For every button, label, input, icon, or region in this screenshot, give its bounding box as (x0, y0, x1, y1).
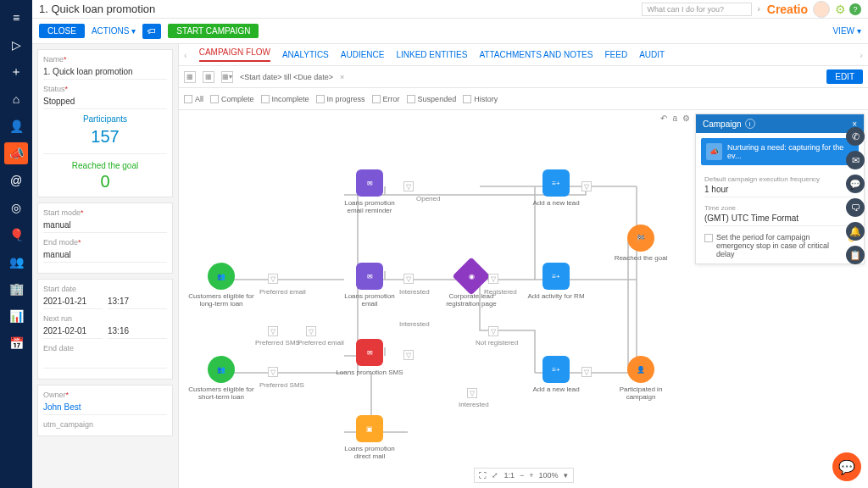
add-icon[interactable]: ＋ (4, 61, 28, 83)
emergency-stop-checkbox[interactable]: Set the period for campaign emergency st… (704, 233, 855, 258)
filter-suspended[interactable]: Suspended (407, 95, 457, 103)
filter-funnel-icon[interactable]: ▽ (467, 388, 477, 398)
tab-campaign-flow[interactable]: CAMPAIGN FLOW (199, 47, 270, 62)
node-lead2[interactable]: ≡+Add a new lead (522, 356, 590, 393)
panel-info-icon[interactable]: i (745, 119, 755, 129)
help-icon[interactable]: ? (849, 3, 861, 15)
chevron-down-icon[interactable]: ▾ (564, 471, 568, 480)
end-mode-value[interactable]: manual (43, 248, 167, 263)
target-icon[interactable]: ◎ (4, 197, 28, 219)
freq-value[interactable]: 1 hour (704, 185, 855, 197)
next-run-date-value[interactable]: 2021-02-01 (43, 324, 103, 339)
tz-value[interactable]: (GMT) UTC Time Format (704, 214, 855, 226)
home-icon[interactable]: ⌂ (4, 88, 28, 110)
node-email[interactable]: ✉Loans promotion email (336, 263, 403, 308)
filter-error[interactable]: Error (372, 95, 400, 103)
filter-funnel-icon[interactable]: ▽ (403, 274, 414, 284)
end-date-value[interactable] (43, 354, 167, 369)
canvas-settings-icon[interactable]: ⚙ (682, 114, 690, 123)
tab-audience[interactable]: AUDIENCE (341, 50, 385, 59)
filter-history[interactable]: History (463, 95, 498, 103)
zoom-in-icon[interactable]: + (529, 471, 533, 480)
tabs-next[interactable]: › (860, 50, 863, 60)
clear-range-icon[interactable]: × (340, 73, 344, 81)
flow-canvas[interactable]: 👥Customers eligible for long-term loan 👥… (179, 110, 868, 488)
filter-funnel-icon[interactable]: ▽ (403, 350, 414, 360)
task-rail-icon[interactable]: 📋 (846, 246, 865, 264)
filter-funnel-icon[interactable]: ▽ (403, 181, 414, 191)
filter-inprogress[interactable]: In progress (316, 95, 365, 103)
filter-funnel-icon[interactable]: ▽ (268, 367, 278, 377)
text-icon[interactable]: a (672, 114, 677, 123)
filter-all[interactable]: All (184, 95, 203, 103)
tab-audit[interactable]: AUDIT (639, 50, 665, 59)
menu-icon[interactable]: ≡ (4, 7, 28, 29)
global-search[interactable]: What can I do for you? (642, 3, 752, 16)
node-rm[interactable]: ≡+Add activity for RM (522, 263, 590, 300)
tab-attachments[interactable]: ATTACHMENTS AND NOTES (479, 50, 593, 59)
user-avatar[interactable] (813, 1, 830, 18)
node-longterm[interactable]: 👥Customers eligible for long-term loan (187, 263, 255, 308)
node-sms[interactable]: ✉Loans promotion SMS (336, 339, 403, 376)
settings-icon[interactable]: ⚙ (835, 3, 846, 16)
tab-linked[interactable]: LINKED ENTITIES (396, 50, 467, 59)
node-direct[interactable]: ▣Loans promotion direct mail (336, 415, 403, 460)
filter-complete[interactable]: Complete (210, 95, 254, 103)
view-dropdown[interactable]: VIEW ▾ (832, 26, 861, 36)
name-value[interactable]: 1. Quick loan promotion (43, 65, 167, 80)
balloon-icon[interactable]: 🎈 (4, 224, 28, 246)
zoom-out-icon[interactable]: − (520, 471, 524, 480)
chat-icon[interactable]: 💬 (846, 175, 865, 193)
date-range-text[interactable]: <Start date> till <Due date> (240, 73, 333, 81)
fit-icon[interactable]: ⛶ (479, 471, 487, 480)
intercom-button[interactable]: 💬 (832, 452, 861, 481)
edit-button[interactable]: EDIT (826, 69, 863, 84)
filter-funnel-icon[interactable]: ▽ (306, 326, 316, 336)
start-time-value[interactable]: 13:17 (108, 295, 167, 309)
node-participated[interactable]: 👤Participated in campaign (607, 356, 675, 401)
calendar-icon-2[interactable]: ▦ (203, 71, 214, 83)
filter-funnel-icon[interactable]: ▽ (268, 274, 278, 284)
filter-funnel-icon[interactable]: ▽ (581, 367, 592, 377)
tab-feed[interactable]: FEED (604, 50, 627, 59)
start-mode-value[interactable]: manual (43, 219, 167, 233)
tab-analytics[interactable]: ANALYTICS (282, 50, 329, 59)
panel-banner[interactable]: 📣 Nurturing a need: capturing for the ev… (701, 138, 859, 165)
participants-count[interactable]: 157 (43, 127, 167, 147)
building-icon[interactable]: 🏢 (4, 278, 28, 300)
filter-incomplete[interactable]: Incomplete (261, 95, 309, 103)
start-date-value[interactable]: 2021-01-21 (43, 295, 103, 309)
node-lead1[interactable]: ≡+Add a new lead (522, 169, 590, 207)
feed-rail-icon[interactable]: 🗨 (846, 198, 865, 217)
analytics-icon[interactable]: 📊 (4, 305, 28, 327)
calendar-icon[interactable]: 📅 (4, 332, 28, 354)
owner-value[interactable]: John Best (43, 401, 167, 415)
goal-count[interactable]: 0 (43, 172, 167, 191)
node-reminder[interactable]: ✉Loans promotion email reminder (336, 169, 403, 214)
campaign-icon[interactable]: 📣 (4, 142, 28, 164)
filter-funnel-icon[interactable]: ▽ (488, 274, 498, 284)
filter-funnel-icon[interactable]: ▽ (581, 181, 592, 191)
play-icon[interactable]: ▷ (4, 34, 28, 56)
filter-funnel-icon[interactable]: ▽ (268, 326, 278, 336)
calendar-icon-1[interactable]: ▦ (184, 71, 196, 83)
phone-icon[interactable]: ✆ (846, 127, 865, 146)
at-icon[interactable]: @ (4, 169, 28, 191)
email-icon[interactable]: ✉ (846, 151, 865, 169)
start-campaign-button[interactable]: START CAMPAIGN (168, 24, 259, 38)
node-landing[interactable]: ◉Corporate lead registration page (437, 263, 505, 308)
contacts-icon[interactable]: 👤 (4, 115, 28, 137)
next-run-time-value[interactable]: 13:16 (108, 324, 167, 339)
undo-icon[interactable]: ↶ (660, 114, 667, 123)
tag-button[interactable]: 🏷 (142, 24, 161, 39)
calendar-dropdown-icon[interactable]: ▦▾ (221, 71, 233, 83)
close-button[interactable]: CLOSE (39, 24, 85, 38)
actions-dropdown[interactable]: ACTIONS ▾ (92, 26, 136, 36)
node-shortterm[interactable]: 👥Customers eligible for short-term loan (187, 356, 255, 401)
node-goal[interactable]: 🏁Reached the goal (607, 225, 675, 262)
tabs-prev[interactable]: ‹ (184, 50, 187, 60)
fullscreen-icon[interactable]: ⤢ (492, 471, 498, 480)
bell-icon[interactable]: 🔔 (846, 222, 865, 241)
filter-funnel-icon[interactable]: ▽ (488, 326, 498, 336)
org-icon[interactable]: 👥 (4, 251, 28, 273)
